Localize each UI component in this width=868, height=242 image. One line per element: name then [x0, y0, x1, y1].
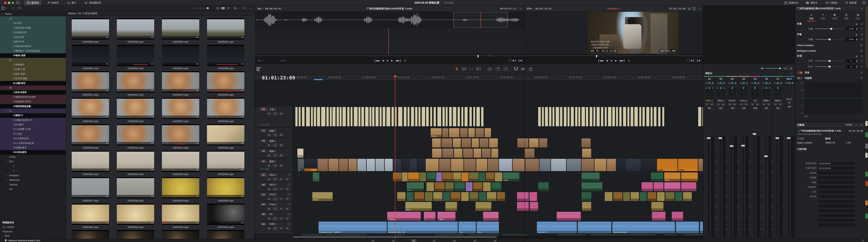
media-clip-thumbnail[interactable]: ♪▮▮▮: [162, 71, 199, 92]
timeline-clip[interactable]: A005...: [664, 172, 680, 181]
inspector-row-Dialogue-Leveler[interactable]: Dialogue Leveler: [795, 48, 865, 54]
metadata-options-icon[interactable]: •••: [855, 124, 858, 126]
subtitle-clip[interactable]: [446, 107, 447, 126]
slider-track[interactable]: [815, 61, 844, 61]
speaker-icon[interactable]: [761, 67, 764, 70]
slider-value[interactable]: 0: [846, 65, 856, 69]
tl-go-to-first-frame-button[interactable]: ❙◀◀: [598, 59, 603, 62]
timeline-clip[interactable]: [435, 182, 444, 191]
media-clip-thumbnail[interactable]: ♪▮▮▮: [207, 18, 244, 39]
timeline-clip[interactable]: [539, 159, 551, 171]
bin-item[interactable]: 1-情绪-LT: [0, 113, 66, 118]
timeline-clip[interactable]: [453, 172, 461, 181]
metadata-field-value[interactable]: [818, 171, 856, 175]
subtitle-clip[interactable]: [571, 107, 574, 126]
media-clip[interactable]: ♪▮▮▮A0050004.mp4: [207, 71, 244, 96]
track-lock-icon[interactable]: [267, 154, 271, 157]
track-lock-icon[interactable]: [267, 133, 271, 136]
timeline-clip[interactable]: [463, 149, 473, 158]
track-header-V3[interactable]: V3视频 3< >: [254, 138, 293, 148]
subtitle-clip[interactable]: [575, 107, 578, 126]
subtitle-clip[interactable]: [601, 107, 603, 126]
auto-select-icon[interactable]: < >: [273, 133, 277, 136]
mixer-strip-A7[interactable]: A7fxEQAMB-2SM0.00-5-10-15-20-25-30-40-50: [772, 76, 784, 239]
razor-edit-icon[interactable]: [476, 67, 481, 71]
keyframe-diamond-icon[interactable]: ◆: [856, 23, 858, 25]
selection-mode-icon[interactable]: [455, 66, 459, 71]
solo-button[interactable]: S: [279, 197, 283, 200]
timeline-clip[interactable]: [432, 149, 441, 158]
media-clip-thumbnail[interactable]: ♪▮▮▮: [162, 18, 199, 39]
reset-icon[interactable]: ↺: [861, 65, 863, 68]
mixer-strip-A1[interactable]: A1fxEQSIDE-1SM0.00-5-10-15-20-25-30-40-5…: [704, 76, 715, 239]
metadata-timeline-tab[interactable]: 时间线: [845, 123, 852, 127]
project-settings-gear-icon[interactable]: [862, 239, 864, 242]
subtitle-clip[interactable]: [593, 107, 595, 126]
media-pool-options-icon[interactable]: •••: [249, 7, 252, 9]
mixer-strip-A4[interactable]: A4fxEQFoley-2SM-3.60-5-10-15-20-25-30-40…: [738, 76, 749, 239]
subtitle-clip[interactable]: [314, 107, 316, 126]
subtitle-clip[interactable]: [311, 107, 313, 126]
timeline-viewer-playhead[interactable]: [596, 55, 597, 57]
subtitle-clip[interactable]: [458, 107, 460, 126]
media-clip-thumbnail[interactable]: ♪▮▮▮: [207, 230, 244, 239]
fader-knob[interactable]: [753, 133, 756, 135]
tl-next-edit-icon[interactable]: ▶❙: [691, 59, 694, 62]
timeline-clip[interactable]: [454, 149, 462, 158]
timeline-clip[interactable]: [358, 159, 366, 171]
subtitle-clip[interactable]: [442, 107, 445, 126]
timeline-clip[interactable]: [652, 212, 665, 221]
bin-item[interactable]: 1-村长冲进来: [0, 90, 66, 95]
auto-select-icon[interactable]: < >: [273, 227, 277, 230]
media-clip[interactable]: ♪▮▮▮: [162, 230, 199, 239]
dim-button[interactable]: DIM: [782, 67, 788, 70]
trim-edit-mode-icon[interactable]: [462, 67, 466, 71]
subtitle-clip[interactable]: [306, 107, 310, 126]
track-lock-icon[interactable]: [267, 217, 271, 220]
media-clip-thumbnail[interactable]: ♪▮▮▮: [117, 18, 154, 39]
subtitle-clip[interactable]: [662, 107, 664, 126]
go-to-first-frame-button[interactable]: ❙◀◀: [374, 59, 379, 62]
settings-sliders-icon[interactable]: [860, 44, 863, 47]
reset-icon[interactable]: ↺: [861, 27, 863, 30]
media-clip-thumbnail[interactable]: ♪▮▮▮: [162, 98, 199, 119]
timeline-clip[interactable]: [475, 202, 491, 211]
tl-match-frame-icon[interactable]: [687, 59, 690, 62]
media-clip-thumbnail[interactable]: ♪▮▮▮: [117, 45, 154, 66]
subtitle-clip[interactable]: [634, 107, 638, 126]
subtitle-clip[interactable]: [646, 107, 649, 126]
bin-chevron-icon[interactable]: ▾: [6, 87, 8, 89]
timeline-clip[interactable]: [491, 182, 501, 191]
solo-button[interactable]: S: [279, 227, 283, 230]
page-交付[interactable]: [492, 239, 498, 242]
bin-item[interactable]: VO: [0, 187, 66, 191]
bin-chevron-icon[interactable]: ▾: [6, 59, 8, 61]
timeline-clip[interactable]: [483, 212, 499, 221]
timeline-clip[interactable]: [499, 159, 512, 171]
timeline-clip[interactable]: [626, 159, 641, 171]
timeline-clip[interactable]: [530, 202, 538, 211]
timeline-clip[interactable]: [513, 159, 525, 171]
subtitle-clip[interactable]: [361, 107, 364, 126]
subtitle-clip[interactable]: [643, 107, 645, 126]
strip-mute-button[interactable]: M: [710, 103, 714, 106]
media-clip-thumbnail[interactable]: ♪▮▮▮: [117, 177, 154, 198]
track-id[interactable]: V1: [260, 160, 267, 163]
solo-button[interactable]: S: [279, 178, 283, 181]
thumbnail-size-knob[interactable]: [207, 7, 209, 9]
subtitle-clip[interactable]: [654, 107, 656, 126]
track-lock-icon[interactable]: [267, 144, 271, 146]
strip-name[interactable]: Bus 1: [784, 98, 795, 100]
timeline-clip[interactable]: [480, 138, 488, 147]
media-clip-thumbnail[interactable]: ♪▮▮▮: [117, 71, 154, 92]
keyframe-diamond-icon[interactable]: ◆: [856, 27, 858, 30]
media-clip-thumbnail[interactable]: ♪▮▮▮: [117, 98, 154, 119]
track-id[interactable]: A6: [260, 222, 267, 225]
strip-fader[interactable]: 0-5-10-15-20-25-30-40-50: [727, 136, 738, 238]
media-clip-thumbnail[interactable]: ♪▮▮▮: [72, 230, 109, 239]
media-clip-thumbnail[interactable]: ♪▮▮▮: [207, 151, 244, 172]
media-clip-thumbnail[interactable]: ♪▮▮▮: [72, 98, 109, 119]
timeline-clip[interactable]: [613, 192, 622, 201]
media-clip-thumbnail[interactable]: ♪▮▮▮: [162, 230, 199, 239]
media-clip[interactable]: ♪▮▮▮A0050007.mp4: [162, 98, 199, 123]
